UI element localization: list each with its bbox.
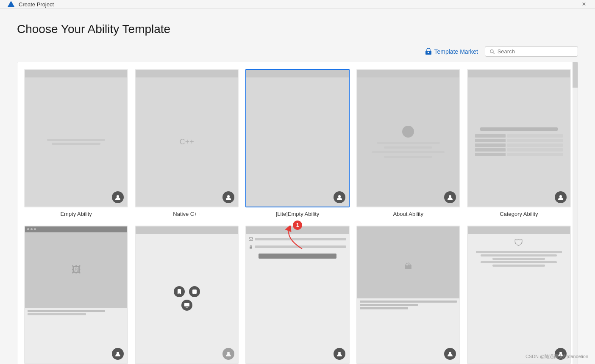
close-button[interactable]: × xyxy=(580,0,588,8)
app-icon xyxy=(7,0,15,8)
template-card-image-ability[interactable]: 🖼 Image Ability xyxy=(24,226,128,364)
svg-rect-16 xyxy=(186,307,188,308)
svg-line-4 xyxy=(493,52,495,54)
scrollbar-track[interactable] xyxy=(573,62,578,364)
template-market-icon xyxy=(425,48,432,55)
template-thumb-image-ability: 🖼 xyxy=(24,226,128,364)
search-icon xyxy=(489,49,495,55)
svg-rect-12 xyxy=(178,293,180,294)
svg-marker-0 xyxy=(8,1,14,7)
badge-lite-empty-ability xyxy=(334,191,345,203)
badge-empty-ability xyxy=(112,191,124,203)
template-thumb-login-ability xyxy=(245,226,349,364)
template-market-button[interactable]: Template Market xyxy=(425,48,478,55)
template-market-label: Template Market xyxy=(434,48,478,55)
template-thumb-security-ability: 🛡 xyxy=(467,226,571,364)
template-thumb-native-cpp: C++ xyxy=(135,69,239,207)
template-card-empty-ability[interactable]: Empty Ability xyxy=(24,69,128,217)
scrollbar-thumb[interactable] xyxy=(573,62,578,88)
template-name-category-ability: Category Ability xyxy=(500,211,538,217)
watermark: CSDN @随遇而安的dandelion xyxy=(525,353,588,360)
badge-about-ability xyxy=(444,191,456,203)
template-name-native-cpp: Native C++ xyxy=(173,211,200,217)
template-name-about-ability: About Ability xyxy=(393,211,423,217)
badge-category-ability xyxy=(555,191,567,203)
title-bar: Create Project × xyxy=(0,0,595,9)
template-thumb-about-ability xyxy=(356,69,460,207)
search-box[interactable] xyxy=(485,46,578,57)
window: Create Project × Choose Your Ability Tem… xyxy=(0,0,595,364)
badge-image-list xyxy=(444,348,456,360)
template-thumb-category-ability xyxy=(467,69,571,207)
template-thumb-multi-device xyxy=(135,226,239,364)
page-title: Choose Your Ability Template xyxy=(17,22,578,36)
template-thumb-lite-empty-ability xyxy=(245,69,349,207)
search-input[interactable] xyxy=(498,48,573,55)
template-card-multi-device[interactable]: Multi-Device xyxy=(135,226,239,364)
template-card-about-ability[interactable]: About Ability xyxy=(356,69,460,217)
main-content: Choose Your Ability Template Template Ma… xyxy=(0,9,595,364)
toolbar: Template Market xyxy=(17,46,578,57)
title-bar-title: Create Project xyxy=(19,1,54,8)
svg-rect-15 xyxy=(184,303,189,306)
svg-rect-18 xyxy=(249,237,253,240)
template-card-native-cpp[interactable]: C++ Native C++ xyxy=(135,69,239,217)
template-thumb-empty-ability xyxy=(24,69,128,207)
svg-point-3 xyxy=(490,50,493,52)
svg-rect-19 xyxy=(250,246,252,248)
templates-grid: Empty Ability C++ xyxy=(24,69,571,364)
template-card-lite-empty-ability[interactable]: [Lite]Empty Ability 1 xyxy=(245,69,349,217)
template-card-security-ability[interactable]: 🛡 Security Ability xyxy=(467,226,571,364)
svg-rect-14 xyxy=(194,293,195,293)
template-thumb-image-list: 🏔 xyxy=(356,226,460,364)
annotation-badge-1: 1 xyxy=(293,221,302,230)
template-card-login-ability[interactable]: Login Ability xyxy=(245,226,349,364)
template-name-empty-ability: Empty Ability xyxy=(60,211,92,217)
template-name-lite-empty-ability: [Lite]Empty Ability xyxy=(276,211,320,217)
svg-rect-2 xyxy=(428,52,429,53)
template-card-image-list[interactable]: 🏔 xyxy=(356,226,460,364)
template-card-category-ability[interactable]: Category Ability xyxy=(467,69,571,217)
badge-login-ability xyxy=(334,348,345,360)
badge-image-ability xyxy=(112,348,124,360)
templates-grid-container[interactable]: Empty Ability C++ xyxy=(17,62,578,364)
